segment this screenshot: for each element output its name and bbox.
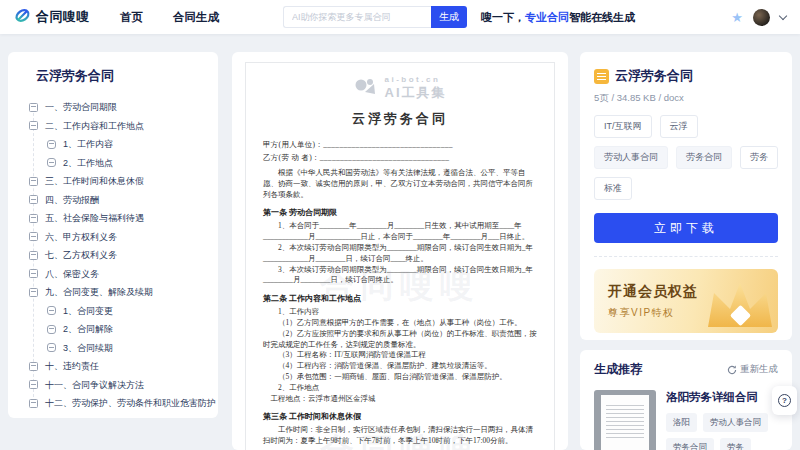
contract-intro: 根据《中华人民共和国劳动法》等有关法律法规，遵循合法、公平、平等自愿、协商一致、… [263, 168, 537, 200]
vip-banner[interactable]: 开通会员权益 尊享VIP特权 [594, 269, 778, 333]
panel-title: 云浮劳务合同 [615, 67, 693, 85]
user-avatar[interactable] [753, 9, 770, 26]
search-bar: 生成 [283, 6, 467, 28]
top-header: 合同嗖嗖 首页 合同生成 生成 嗖一下，专业合同智能在线生成 ★ [0, 0, 800, 34]
search-input[interactable] [283, 6, 431, 28]
watermark-brand: ai-bot.cn AI工具集 [263, 75, 537, 102]
doc-node-icon [47, 158, 56, 167]
toc-item-label: 四、劳动报酬 [45, 195, 99, 206]
toc-item-label: 五、社会保险与福利待遇 [45, 213, 144, 224]
toc-item[interactable]: 1、合同变更 [8, 306, 218, 317]
doc-node-icon [47, 140, 56, 149]
favorite-star-icon[interactable]: ★ [731, 10, 743, 25]
file-meta: 5页 / 34.85 KB / docx [594, 92, 778, 105]
toc-title: 云浮劳务合同 [8, 67, 218, 85]
toc-item[interactable]: 七、乙方权利义务 [8, 250, 218, 261]
regenerate-label: 重新生成 [740, 363, 778, 376]
contract-paragraph: （5）承包范围：一期商铺、屋面、阳台消防管道保温、保温层防护。 [263, 372, 537, 383]
contract-paragraph: （1）乙方同意根据甲方的工作需要，在（地点）从事工种（岗位）工作。 [263, 318, 537, 329]
contract-paragraph: 工程地点：云浮市通州区金浮城 [263, 394, 537, 405]
toc-item-label: 2、合同解除 [63, 324, 113, 335]
toc-item[interactable]: 1、工作内容 [8, 139, 218, 150]
tag-chip[interactable]: 劳动人事合同 [594, 146, 668, 169]
contract-paragraph: 1、工作内容 [263, 307, 537, 318]
generate-button[interactable]: 生成 [431, 6, 467, 28]
brand-site-text: ai-bot.cn [385, 75, 447, 84]
doc-node-icon [29, 103, 38, 112]
contract-info-panel: 云浮劳务合同 5页 / 34.85 KB / docx IT/互联网 云浮 劳动… [580, 52, 792, 340]
recommend-heading: 生成推荐 [594, 361, 642, 378]
download-button[interactable]: 立即下载 [594, 213, 778, 243]
toc-tree: 一、劳动合同期限 二、工作内容和工作地点 1、工作内容 2、工作地点 三、工作时… [8, 102, 218, 409]
contract-thumbnail [594, 390, 656, 450]
app-logo[interactable]: 合同嗖嗖 [14, 7, 90, 28]
doc-node-icon [29, 177, 38, 186]
toc-item[interactable]: 九、合同变更、解除及续期 [8, 287, 218, 298]
document-page[interactable]: 合同嗖嗖 合同嗖嗖 ai-bot.cn AI工具集 云浮劳务合同 甲方(用人单位… [245, 62, 555, 450]
toc-item[interactable]: 十、违约责任 [8, 361, 218, 372]
toc-item-label: 九、合同变更、解除及续期 [45, 287, 153, 298]
recommend-item[interactable]: 洛阳劳务详细合同 洛阳 劳动人事合同 劳务合同 劳务 详细 [594, 390, 778, 450]
toc-item[interactable]: 三、工作时间和休息休假 [8, 176, 218, 187]
tag-chip[interactable]: 云浮 [660, 115, 698, 138]
toc-item-label: 二、工作内容和工作地点 [45, 121, 144, 132]
toc-sidebar: 云浮劳务合同 一、劳动合同期限 二、工作内容和工作地点 1、工作内容 2、工作地… [8, 52, 218, 418]
tag-chip[interactable]: 劳务合同 [666, 438, 714, 450]
toc-item-label: 十二、劳动保护、劳动条件和职业危害防护 [45, 398, 216, 409]
toc-item[interactable]: 八、保密义务 [8, 269, 218, 280]
document-icon [594, 69, 609, 84]
contract-paragraph: 2、工作地点 [263, 383, 537, 394]
logo-text: 合同嗖嗖 [36, 8, 90, 26]
tag-chip[interactable]: 标准 [594, 177, 632, 200]
toc-item[interactable]: 六、甲方权利义务 [8, 232, 218, 243]
toc-item[interactable]: 十二、劳动保护、劳动条件和职业危害防护 [8, 398, 218, 409]
recommend-item-title: 洛阳劳务详细合同 [666, 390, 778, 405]
ai-bot-logo-icon [354, 76, 378, 102]
logo-icon [14, 7, 31, 28]
doc-node-icon [29, 214, 38, 223]
tag-list: IT/互联网 云浮 劳动人事合同 劳务合同 劳务 标准 [594, 115, 778, 200]
help-floating-button[interactable]: ? [772, 386, 797, 415]
crown-icon [694, 275, 772, 331]
toc-item[interactable]: 一、劳动合同期限 [8, 102, 218, 113]
toc-item[interactable]: 二、工作内容和工作地点 [8, 121, 218, 132]
header-tagline: 嗖一下，专业合同智能在线生成 [481, 10, 635, 25]
party-a-line: 甲方(用人单位)：_______________________________… [263, 138, 537, 151]
toc-item-label: 2、工作地点 [63, 158, 113, 169]
doc-node-icon [29, 121, 38, 130]
doc-node-icon [47, 343, 56, 352]
nav-home[interactable]: 首页 [120, 10, 143, 25]
chevron-down-icon[interactable] [779, 11, 787, 19]
toc-item-label: 十一、合同争议解决方法 [45, 380, 144, 391]
doc-node-icon [29, 380, 38, 389]
tag-chip[interactable]: IT/互联网 [594, 115, 652, 138]
toc-item[interactable]: 四、劳动报酬 [8, 195, 218, 206]
toc-item[interactable]: 2、合同解除 [8, 324, 218, 335]
tag-chip[interactable]: 劳务 [740, 146, 778, 169]
recommend-panel: 生成推荐 重新生成 洛阳劳务详细合同 洛阳 劳动人事合同 劳务合同 劳务 详细 [580, 350, 792, 450]
toc-item-label: 三、工作时间和休息休假 [45, 176, 144, 187]
refresh-icon [727, 365, 737, 375]
toc-item[interactable]: 3、合同续期 [8, 343, 218, 354]
tag-chip[interactable]: 劳务合同 [676, 146, 732, 169]
toc-item[interactable]: 十一、合同争议解决方法 [8, 380, 218, 391]
toc-item-label: 六、甲方权利义务 [45, 232, 117, 243]
toc-item-label: 1、合同变更 [63, 306, 113, 317]
nav-contract-generate[interactable]: 合同生成 [173, 10, 219, 25]
tag-chip[interactable]: 劳务 [720, 438, 751, 450]
tag-chip[interactable]: 劳动人事合同 [703, 413, 768, 432]
toc-item[interactable]: 2、工作地点 [8, 158, 218, 169]
brand-name-text: AI工具集 [385, 84, 447, 102]
contract-paragraph: 工作时间：非全日制，实行区域责任承包制，清扫保洁实行一日两扫，具体清扫时间为：夏… [263, 425, 537, 447]
tag-chip[interactable]: 洛阳 [666, 413, 697, 432]
document-preview-card: 合同嗖嗖 合同嗖嗖 ai-bot.cn AI工具集 云浮劳务合同 甲方(用人单位… [232, 52, 568, 450]
tagline-prefix: 嗖一下， [481, 11, 525, 23]
regenerate-button[interactable]: 重新生成 [727, 363, 778, 376]
doc-node-icon [29, 399, 38, 408]
toc-item-label: 3、合同续期 [63, 343, 113, 354]
toc-item[interactable]: 五、社会保险与福利待遇 [8, 213, 218, 224]
contract-paragraph: （2）乙方应按照甲方的要求和所从事工种（岗位）的工作标准、职责范围，按时完成规定… [263, 329, 537, 351]
party-b-line: 乙方(劳 动 者)：______________________________… [263, 151, 537, 164]
tagline-highlight: 专业合同 [525, 11, 569, 23]
doc-node-icon [29, 362, 38, 371]
